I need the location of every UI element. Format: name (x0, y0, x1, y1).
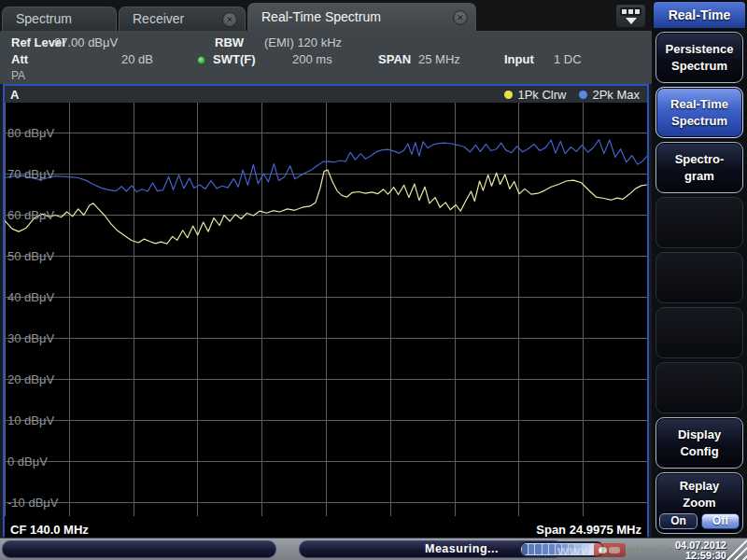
close-icon[interactable]: ✕ (222, 12, 237, 27)
tab-receiver[interactable]: Receiver ✕ (119, 7, 246, 31)
measuring-status-text: Measuring... (425, 542, 499, 555)
tab-label: Real-Time Spectrum (261, 9, 381, 24)
time-text: 12:59:30 (675, 551, 726, 560)
transducer-label: PA (11, 69, 25, 82)
softkey-label: Display (678, 427, 721, 443)
softkey-empty (655, 362, 743, 413)
softkey-persistence-spectrum[interactable]: Persistence Spectrum (655, 32, 743, 83)
status-panel-left (2, 540, 276, 558)
legend-item-trace1: 1Pk Clrw (504, 88, 566, 102)
tab-label: Receiver (133, 11, 184, 26)
span-value[interactable]: 25 MHz (418, 52, 460, 66)
svg-text:80 dBμV: 80 dBμV (7, 126, 54, 140)
softkey-label: Real-Time (670, 96, 728, 113)
swt-label[interactable]: SWT(F) (213, 52, 255, 66)
sidebar-menu-title: Real-Time (654, 2, 745, 28)
replay-zoom-off-button[interactable]: Off (701, 513, 740, 529)
svg-text:20 dBμV: 20 dBμV (7, 372, 54, 386)
trace2-color-dot-icon (579, 91, 587, 99)
svg-text:50 dBμV: 50 dBμV (7, 249, 54, 263)
softkey-display-config[interactable]: Display Config (655, 417, 743, 469)
legend-label: 1Pk Clrw (517, 88, 566, 102)
tab-overflow-button[interactable] (615, 4, 646, 28)
span-label[interactable]: SPAN (378, 52, 411, 66)
tab-spectrum[interactable]: Spectrum (2, 7, 117, 31)
svg-text:70 dBμV: 70 dBμV (7, 167, 54, 181)
chart-footer: CF 140.0 MHz Span 24.9975 MHz (5, 520, 647, 539)
softkey-real-time-spectrum[interactable]: Real-Time Spectrum (655, 87, 743, 138)
window-label: A (10, 88, 19, 102)
center-frequency-readout: CF 140.0 MHz (10, 523, 89, 537)
softkey-empty (655, 252, 743, 303)
chevron-down-icon (626, 18, 637, 24)
softkey-replay-zoom[interactable]: Replay Zoom On Off (655, 472, 743, 534)
chart-header: A 1Pk Clrw 2Pk Max (5, 86, 647, 103)
ref-level-value[interactable]: 87.00 dBμV (54, 35, 118, 49)
tabs-grid-icon (620, 7, 641, 16)
softkey-label: gram (684, 168, 714, 185)
settings-header: Ref Level 87.00 dBμV RBW (EMI) 120 kHz A… (0, 31, 652, 84)
progress-bar (519, 541, 604, 557)
svg-text:0 dBμV: 0 dBμV (7, 455, 48, 469)
softkey-label: Spectrum (671, 113, 727, 130)
att-value[interactable]: 20 dB (121, 52, 153, 66)
softkey-label: Spectrum (671, 58, 727, 75)
softkey-label: Persistence (666, 41, 734, 58)
input-value[interactable]: 1 DC (554, 52, 582, 66)
softkey-label: Spectro- (675, 151, 725, 168)
svg-text:10 dBμV: 10 dBμV (7, 413, 54, 427)
softkey-label: Config (680, 443, 718, 460)
close-icon[interactable]: ✕ (453, 10, 468, 25)
span-readout: Span 24.9975 MHz (536, 523, 641, 537)
date-time-display: 04.07.2012 12:59:30 (675, 540, 726, 560)
spectrum-analyzer-screen: Spectrum Receiver ✕ Real-Time Spectrum ✕… (0, 0, 747, 560)
svg-text:40 dBμV: 40 dBμV (7, 290, 54, 304)
svg-text:30 dBμV: 30 dBμV (7, 331, 54, 345)
legend-label: 2Pk Max (592, 88, 640, 102)
swt-status-led-icon (197, 56, 205, 64)
replay-zoom-on-button[interactable]: On (659, 513, 698, 529)
status-bar: Measuring... www ntronics.com 04.07.2012… (0, 538, 747, 560)
softkey-sidebar: Real-Time Persistence Spectrum Real-Time… (652, 0, 747, 538)
softkey-label: Zoom (683, 495, 715, 511)
svg-text:-10 dBμV: -10 dBμV (7, 496, 59, 510)
softkey-empty (655, 197, 743, 248)
tab-label: Spectrum (16, 11, 72, 26)
rbw-value[interactable]: (EMI) 120 kHz (264, 35, 342, 49)
measurement-window: A 1Pk Clrw 2Pk Max 80 dBμV70 dBμV60 dBμV… (3, 84, 649, 537)
trace1-color-dot-icon (504, 91, 513, 99)
softkey-spectrogram[interactable]: Spectro- gram (655, 142, 743, 193)
svg-text:60 dBμV: 60 dBμV (7, 208, 54, 222)
swt-value[interactable]: 200 ms (292, 52, 332, 66)
softkey-empty (655, 307, 743, 358)
tab-bar: Spectrum Receiver ✕ Real-Time Spectrum ✕ (0, 0, 652, 31)
tab-real-time-spectrum[interactable]: Real-Time Spectrum ✕ (247, 3, 476, 31)
trace-legend: 1Pk Clrw 2Pk Max (504, 88, 640, 102)
spectrum-plot: 80 dBμV70 dBμV60 dBμV50 dBμV40 dBμV30 dB… (5, 103, 647, 516)
input-label[interactable]: Input (504, 52, 534, 66)
legend-item-trace2: 2Pk Max (579, 88, 640, 102)
att-label[interactable]: Att (11, 52, 28, 66)
replay-zoom-toggle: On Off (659, 513, 740, 529)
softkey-label: Replay (680, 478, 720, 495)
rbw-label[interactable]: RBW (215, 35, 244, 49)
